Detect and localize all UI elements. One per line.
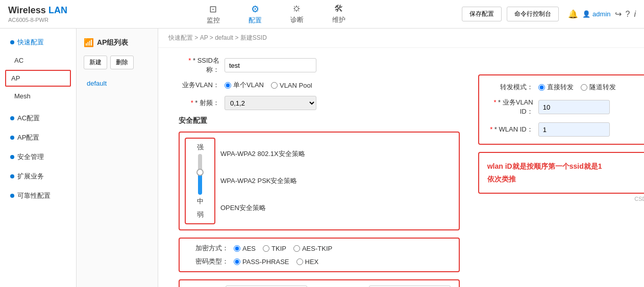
sidebar-item-extended[interactable]: 扩展业务 xyxy=(0,167,76,186)
admin-user[interactable]: 👤 admin xyxy=(582,10,610,18)
form-area: * SSID名称： 业务VLAN： 单个VLAN xyxy=(168,48,470,287)
tunnel-forward-option[interactable]: 隧道转发 xyxy=(581,83,616,92)
vlan-single-radio[interactable] xyxy=(225,82,231,89)
footer-note: CSDN @yenggd xyxy=(478,194,644,204)
nav-config-label: 配置 xyxy=(249,16,262,25)
monitor-icon: ⊡ xyxy=(209,4,217,15)
freq-label: * 射频： xyxy=(179,98,225,108)
enc-radio-group: AES TKIP AES-TKIP xyxy=(234,245,332,252)
pwd-type-label: 密码类型： xyxy=(188,257,234,266)
password-box: * 密码： * 确认密码： xyxy=(179,279,460,287)
sidebar-quick-config-label: 快速配置 xyxy=(17,38,44,47)
encryption-box: 加密方式： AES TKIP xyxy=(179,238,460,272)
nav-config[interactable]: ⚙ 配置 xyxy=(242,2,268,27)
bell-icon[interactable]: 🔔 xyxy=(568,9,578,19)
nav-monitor-label: 监控 xyxy=(207,16,220,25)
tunnel-forward-radio[interactable] xyxy=(581,84,587,91)
vlan-row: 业务VLAN： 单个VLAN VLAN Pool xyxy=(179,81,460,90)
sidebar-ac-config-label: AC配置 xyxy=(17,114,40,123)
pwd-hex-radio[interactable] xyxy=(296,258,303,265)
maintain-icon: 🛠 xyxy=(334,4,343,14)
secondary-actions: 新建 删除 xyxy=(77,53,158,72)
vlan-id-row: * 业务VLAN ID： xyxy=(487,98,644,116)
forward-mode-radio-group: 直接转发 隧道转发 xyxy=(538,83,616,92)
nav-maintain[interactable]: 🛠 维护 xyxy=(326,2,352,27)
vlan-id-input[interactable] xyxy=(538,100,610,114)
wlan-id-row: * WLAN ID： xyxy=(487,122,644,137)
secondary-list: default xyxy=(77,72,158,94)
vlan-single-option[interactable]: 单个VLAN xyxy=(225,81,264,90)
sec-option-2: WPA-WPA2 PSK安全策略 xyxy=(220,174,454,188)
logout-icon[interactable]: ↪ xyxy=(615,9,622,19)
security-section-title: 安全配置 xyxy=(179,116,460,125)
ap-config-dot xyxy=(10,136,14,140)
nav-diagnose[interactable]: ⛭ 诊断 xyxy=(284,2,310,27)
slider-mid-label: 中 xyxy=(197,197,204,206)
enc-tkip-option[interactable]: TKIP xyxy=(263,245,286,252)
pwd-passphrase-radio[interactable] xyxy=(234,258,240,265)
vlan-radio-group: 单个VLAN VLAN Pool xyxy=(225,81,312,90)
pwd-type-radio-group: PASS-PHRASE HEX xyxy=(234,258,318,266)
sidebar-item-ap[interactable]: AP xyxy=(5,70,71,87)
sidebar-item-quick-config[interactable]: 快速配置 xyxy=(0,33,76,52)
sidebar-ap-config-label: AP配置 xyxy=(17,133,39,142)
header: Wireless LAN AC6005-8-PWR ⊡ 监控 ⚙ 配置 ⛭ 诊断… xyxy=(0,0,644,29)
list-item-default[interactable]: default xyxy=(77,75,158,91)
sidebar-item-ap-config[interactable]: AP配置 xyxy=(0,128,76,147)
vlan-pool-option[interactable]: VLAN Pool xyxy=(271,82,312,89)
ssid-row: * SSID名称： xyxy=(179,56,460,74)
enc-row: 加密方式： AES TKIP xyxy=(188,244,451,253)
brand-subtitle: AC6005-8-PWR xyxy=(8,17,90,23)
delete-button[interactable]: 删除 xyxy=(110,56,134,69)
enc-label: 加密方式： xyxy=(188,244,234,253)
callout-box: 转发模式： 直接转发 隧道转发 xyxy=(478,74,644,145)
brand: Wireless LAN AC6005-8-PWR xyxy=(8,5,90,23)
admin-label: admin xyxy=(592,10,610,18)
sidebar-item-ac-config[interactable]: AC配置 xyxy=(0,109,76,128)
sidebar: 快速配置 AC AP Mesh AC配置 AP配置 安全管理 扩展业务 可靠性配… xyxy=(0,29,77,287)
slider-track[interactable] xyxy=(198,154,202,195)
brand-lan: LAN xyxy=(48,5,67,15)
enc-aes-tkip-option[interactable]: AES-TKIP xyxy=(293,245,332,252)
nav-monitor[interactable]: ⊡ 监控 xyxy=(201,2,226,27)
pwd-passphrase-option[interactable]: PASS-PHRASE xyxy=(234,258,289,266)
save-config-button[interactable]: 保存配置 xyxy=(462,7,502,21)
freq-select[interactable]: 0,1,2 xyxy=(225,96,316,110)
pwd-hex-option[interactable]: HEX xyxy=(296,258,319,266)
right-panel: 转发模式： 直接转发 隧道转发 xyxy=(470,48,644,287)
forward-mode-label: 转发模式： xyxy=(487,83,538,92)
wlan-id-input[interactable] xyxy=(538,122,610,137)
secondary-title: AP组列表 xyxy=(97,38,128,47)
secondary-header: 📶 AP组列表 xyxy=(77,33,158,53)
vlan-pool-radio[interactable] xyxy=(271,82,278,89)
security-slider-container: 强 中 弱 xyxy=(185,138,215,224)
sec-option-3: OPEN安全策略 xyxy=(220,201,454,215)
slider-strong-label: 强 xyxy=(197,143,204,152)
enc-aes-tkip-radio[interactable] xyxy=(293,245,300,252)
help-icon[interactable]: ? xyxy=(626,10,630,19)
cmd-console-button[interactable]: 命令行控制台 xyxy=(507,7,559,21)
ssid-input[interactable] xyxy=(225,58,316,72)
new-button[interactable]: 新建 xyxy=(84,56,107,69)
layout: 快速配置 AC AP Mesh AC配置 AP配置 安全管理 扩展业务 可靠性配… xyxy=(0,29,644,287)
direct-forward-option[interactable]: 直接转发 xyxy=(538,83,574,92)
enc-tkip-label: TKIP xyxy=(271,245,286,252)
sidebar-item-reliability[interactable]: 可靠性配置 xyxy=(0,186,76,205)
enc-aes-option[interactable]: AES xyxy=(234,245,256,252)
content-panel-layout: * SSID名称： 业务VLAN： 单个VLAN xyxy=(158,48,644,287)
sidebar-item-ac[interactable]: AC xyxy=(0,52,76,69)
direct-forward-radio[interactable] xyxy=(538,84,545,91)
sidebar-item-security[interactable]: 安全管理 xyxy=(0,147,76,167)
enc-tkip-radio[interactable] xyxy=(263,245,269,252)
security-options: WPA-WPA2 802.1X安全策略 WPA-WPA2 PSK安全策略 OPE… xyxy=(220,138,454,224)
reliability-dot xyxy=(10,194,14,198)
annotation-box: wlan iD就是按顺序第一个ssid就是1 依次类推 xyxy=(478,152,644,194)
sidebar-item-mesh[interactable]: Mesh xyxy=(0,88,76,105)
info-icon[interactable]: i xyxy=(634,10,636,19)
extended-dot xyxy=(10,174,14,178)
slider-weak-label: 弱 xyxy=(197,210,204,219)
direct-forward-label: 直接转发 xyxy=(547,83,574,92)
slider-thumb[interactable] xyxy=(196,169,204,176)
enc-aes-radio[interactable] xyxy=(234,245,240,252)
tunnel-forward-label: 隧道转发 xyxy=(589,83,616,92)
